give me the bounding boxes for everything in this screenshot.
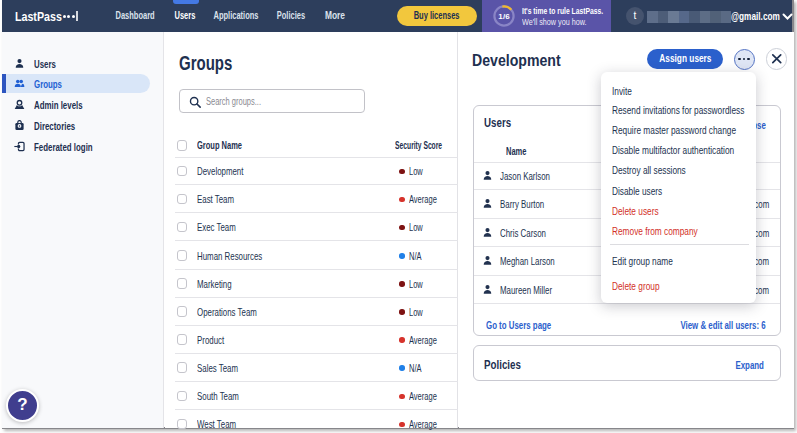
svg-text:1/6: 1/6 [498, 12, 510, 21]
